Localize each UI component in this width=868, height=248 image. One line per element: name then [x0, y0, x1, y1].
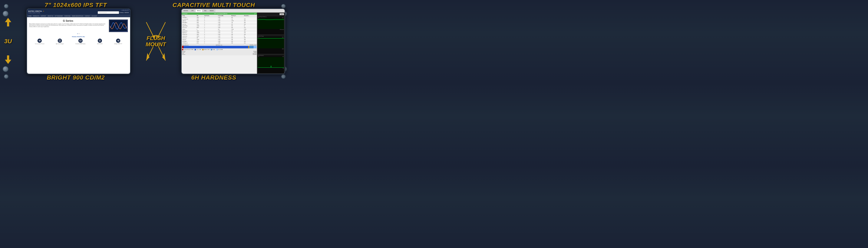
- tab-memory[interactable]: Memory: [195, 9, 202, 12]
- table-cell: sycClSServ...: [182, 17, 196, 18]
- table-cell: 416: [217, 29, 231, 30]
- hdmi-label: Embedded HDMI Displays: [75, 43, 86, 44]
- processes-panel: Processes 93% Used Physical Memory ▲▼ Im…: [182, 12, 257, 74]
- performance-panel: Views Used Physical Memory 0% 100%: [257, 12, 285, 74]
- table-cell: 1960: [196, 18, 204, 20]
- table-cell: 820: [230, 17, 243, 18]
- table-row[interactable]: amcc.exe173201,260672324: [182, 23, 257, 25]
- table-cell: 0: [204, 29, 217, 30]
- nav-support[interactable]: SUPPORT: [41, 15, 46, 17]
- col-pid[interactable]: PID: [196, 15, 204, 17]
- svg-marker-25: [162, 53, 165, 60]
- icon-communication[interactable]: Communication Protocol: [35, 38, 44, 44]
- table-row[interactable]: AppV3DVWa...1408402,15645652: [182, 25, 257, 27]
- mem-standby: [249, 46, 254, 48]
- social-icons: 1 (403) 229-2737: [121, 10, 129, 11]
- table-cell: 1,920: [230, 20, 243, 22]
- table-row[interactable]: AcSvcDsVol...198402,224672352: [182, 30, 257, 32]
- svg-marker-3: [5, 60, 11, 64]
- col-hardfaults[interactable]: Hard Faults...: [204, 15, 217, 17]
- table-row[interactable]: PowerContr...192805,124528236: [182, 34, 257, 35]
- col-commit[interactable]: Commit (KB): [217, 15, 231, 17]
- table-row[interactable]: EPiJHelp.exe471203,904528256: [182, 42, 257, 44]
- table-cell: 528: [230, 42, 243, 44]
- views-button[interactable]: Views: [280, 13, 284, 15]
- legend-dot-hardware: [182, 49, 183, 50]
- table-cell: 1,712: [217, 37, 231, 39]
- table-cell: AcSvcDsVol...: [182, 30, 196, 32]
- communication-label: Communication Protocol: [35, 43, 44, 44]
- site-header: MATRIX ORBITAL ✦ Display Solution Provid…: [27, 9, 130, 15]
- table-cell: 324: [243, 23, 257, 25]
- legend-dot-standby: [211, 49, 212, 50]
- flush-label: FLUSH: [146, 35, 166, 41]
- table-row[interactable]: alertHelper...572403,360528248: [182, 40, 257, 42]
- legend-modified: Modified 12 MB: [202, 49, 209, 50]
- icon-hdmi[interactable]: Embedded HDMI Displays: [75, 38, 86, 44]
- table-cell: devcon.exe: [182, 27, 196, 29]
- table-row[interactable]: svmstr.exe64001,712596308: [182, 37, 257, 39]
- table-row[interactable]: devcon.exe862803,324440116: [182, 27, 257, 29]
- physical-memory-bar: [182, 46, 256, 48]
- col-working[interactable]: Working S...: [230, 15, 243, 17]
- table-cell: 5,124: [217, 34, 231, 35]
- memory-legend: Hardware Reserved 337 MB In Use 12 MB Mo…: [182, 49, 256, 50]
- table-row[interactable]: IRICSetMon...106002,136744384: [182, 22, 257, 23]
- appnotes-label: App Notes & Support: [56, 43, 64, 44]
- tab-overview[interactable]: Overview: [182, 9, 189, 12]
- table-cell: 0: [204, 17, 217, 18]
- table-cell: 0: [204, 35, 217, 37]
- table-cell: 380: [243, 39, 257, 40]
- bolt-bottom-left: [4, 74, 8, 79]
- flush-mount-text: FLUSH MOUNT: [146, 35, 166, 47]
- table-cell: AppiViewer...: [182, 32, 196, 34]
- svg-rect-2: [7, 55, 9, 60]
- table-row[interactable]: pv_service.exe196001,432724326: [182, 18, 257, 20]
- site-search[interactable]: Search products: [98, 11, 119, 14]
- table-row[interactable]: AppiViewer...1403601,812512136: [182, 32, 257, 34]
- table-row[interactable]: sgtVI.exe326001,5161,920245: [182, 20, 257, 22]
- table-row[interactable]: System404163,2926,972: [182, 29, 257, 30]
- chart-commit-charge-title: Commit Charge: [258, 35, 284, 37]
- site-cart[interactable]: 0 item(s) - $0.00US: [120, 12, 129, 13]
- table-cell: 3,292: [230, 29, 243, 30]
- table-cell: 4: [196, 29, 204, 30]
- product-image: [109, 19, 128, 32]
- nav-news[interactable]: NEWS AND ARTICLES: [72, 15, 83, 17]
- icon-eve[interactable]: EVE2 & EVE3: [97, 38, 102, 44]
- tab-network[interactable]: Network: [208, 9, 215, 12]
- table-cell: 440: [230, 27, 243, 29]
- physical-memory-section: Physical Memory 14967 MB In Use 1068 MB …: [182, 44, 257, 55]
- tab-disk[interactable]: Disk: [203, 9, 208, 12]
- nav-about[interactable]: ABOUT US: [48, 15, 53, 17]
- table-row[interactable]: sycClSServ...138401,252820: [182, 17, 257, 18]
- tab-cpu[interactable]: CPU: [190, 9, 195, 12]
- icon-uart[interactable]: Intelligent UART TFT: [114, 38, 122, 44]
- legend-inuse: In Use 12 MB: [194, 49, 201, 50]
- table-cell: 248: [243, 40, 257, 42]
- svg-point-13: [117, 40, 118, 41]
- header-right-title: CAPACITIVE MULTI TOUCH: [149, 2, 279, 8]
- table-row[interactable]: lmgrd.exe1180402,352548380: [182, 39, 257, 40]
- nav-contact[interactable]: CONTACT: [85, 15, 90, 17]
- chart-physical-memory-label: 60 Seconds: [258, 29, 284, 30]
- icon-appnotes[interactable]: App Notes & Support: [56, 38, 64, 44]
- table-cell: 14084: [196, 25, 204, 27]
- nav-account[interactable]: ACCOUNT: [92, 15, 97, 17]
- nav-purchase[interactable]: PURCHASE: [64, 15, 70, 17]
- nav-products[interactable]: PRODUCTS: [33, 15, 39, 17]
- col-image[interactable]: Image: [182, 15, 196, 17]
- site-nav: HOME PRODUCTS SUPPORT ABOUT US GTT DESIG…: [27, 15, 130, 17]
- mem-free: [254, 46, 256, 48]
- chart-commit-label: 100%: [258, 48, 284, 50]
- table-cell: 6,972: [243, 29, 257, 30]
- nav-gtt[interactable]: GTT DESIGNER: [55, 15, 63, 17]
- table-cell: 0: [204, 25, 217, 27]
- up-arrow: [5, 18, 11, 27]
- table-cell: 136: [243, 32, 257, 34]
- table-cell: 0: [204, 30, 217, 32]
- nav-home[interactable]: HOME: [28, 15, 32, 17]
- col-shareable[interactable]: Shareable (...: [243, 15, 257, 17]
- table-row[interactable]: svchost.exe ...1451201,41237280: [182, 35, 257, 37]
- svg-rect-4: [110, 21, 127, 31]
